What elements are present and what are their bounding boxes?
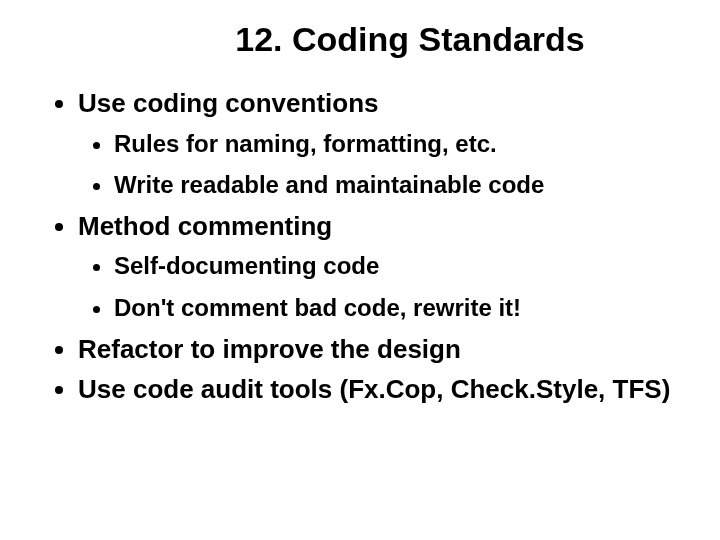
list-item: Write readable and maintainable code <box>114 169 690 200</box>
list-item: Use code audit tools (Fx.Cop, Check.Styl… <box>78 373 690 406</box>
list-item: Self-documenting code <box>114 250 690 281</box>
bullet-list: Use coding conventions Rules for naming,… <box>30 87 690 406</box>
sub-bullet-list: Self-documenting code Don't comment bad … <box>78 250 690 322</box>
bullet-text: Method commenting <box>78 211 332 241</box>
slide-title: 12. Coding Standards <box>130 20 690 59</box>
list-item: Rules for naming, formatting, etc. <box>114 128 690 159</box>
list-item: Don't comment bad code, rewrite it! <box>114 292 690 323</box>
sub-bullet-list: Rules for naming, formatting, etc. Write… <box>78 128 690 200</box>
list-item: Use coding conventions Rules for naming,… <box>78 87 690 200</box>
list-item: Refactor to improve the design <box>78 333 690 366</box>
list-item: Method commenting Self-documenting code … <box>78 210 690 323</box>
bullet-text: Use coding conventions <box>78 88 379 118</box>
slide: 12. Coding Standards Use coding conventi… <box>0 0 720 540</box>
